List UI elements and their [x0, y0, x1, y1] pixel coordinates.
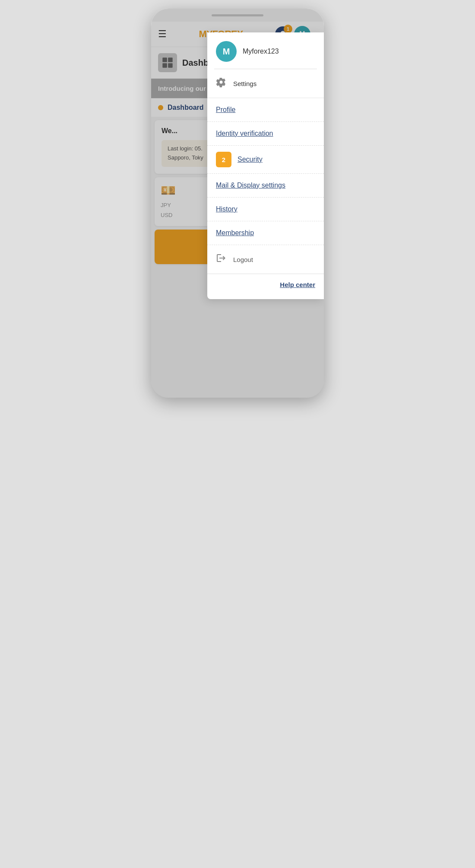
mail-display-link[interactable]: Mail & Display settings	[216, 182, 285, 189]
dropdown-username: Myforex123	[243, 48, 279, 55]
gear-icon	[216, 77, 226, 90]
history-link[interactable]: History	[216, 205, 238, 213]
settings-row[interactable]: Settings	[207, 69, 324, 98]
logout-label: Logout	[233, 256, 253, 263]
security-menu-item[interactable]: 2 Security	[207, 146, 324, 174]
logout-row[interactable]: Logout	[207, 245, 324, 274]
history-menu-item[interactable]: History	[207, 198, 324, 221]
identity-verification-menu-item[interactable]: Identity verification	[207, 122, 324, 146]
help-center-link[interactable]: Help center	[280, 281, 315, 288]
logout-icon	[216, 253, 226, 266]
dropdown-avatar: M	[216, 41, 237, 62]
mail-display-menu-item[interactable]: Mail & Display settings	[207, 174, 324, 198]
settings-label: Settings	[233, 80, 256, 87]
profile-link[interactable]: Profile	[216, 106, 235, 113]
phone-frame: ☰ MYFOREX 1 M ▾	[151, 9, 324, 398]
dropdown-user-section: M Myforex123	[207, 32, 324, 69]
profile-menu-item[interactable]: Profile	[207, 98, 324, 122]
identity-link[interactable]: Identity verification	[216, 130, 273, 137]
security-badge: 2	[216, 152, 231, 167]
security-link[interactable]: Security	[238, 156, 263, 163]
dropdown-menu: M Myforex123 Settings Profile Identity v…	[207, 32, 324, 299]
membership-link[interactable]: Membership	[216, 229, 254, 236]
membership-menu-item[interactable]: Membership	[207, 221, 324, 245]
help-center-row: Help center	[207, 274, 324, 296]
